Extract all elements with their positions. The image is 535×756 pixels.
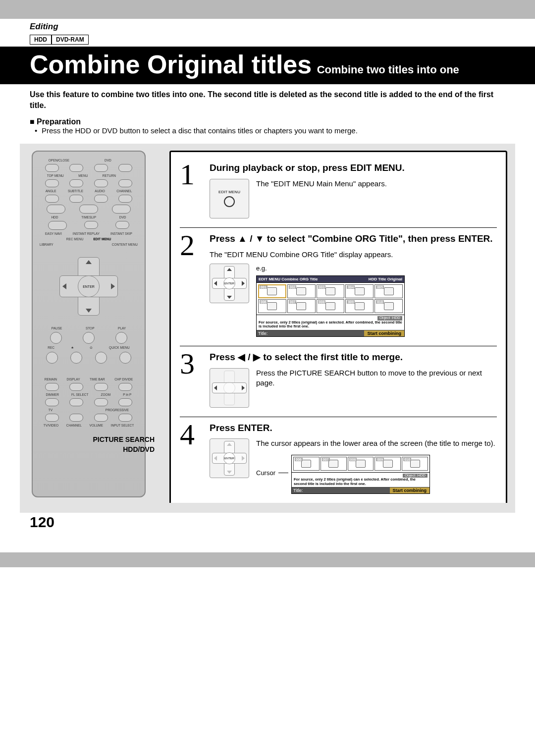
remote-btn-hdd — [47, 205, 65, 214]
remote-label: SUBTITLE — [68, 189, 83, 193]
step-description: The "EDIT MENU Combine ORG Title" displa… — [210, 250, 497, 260]
remote-btn — [69, 398, 83, 406]
remote-label: PROGRESSIVE — [106, 408, 129, 412]
remote-btn — [69, 179, 83, 187]
remote-btn — [69, 414, 83, 422]
osd-cell-num: 008 — [318, 300, 326, 304]
remote-btn-pause — [50, 332, 62, 344]
osd-cell-num: 006 — [295, 458, 303, 461]
remote-label: P in P — [123, 393, 131, 396]
remote-btn — [118, 383, 132, 391]
osd-cell-num: 010 — [403, 458, 411, 461]
remote-dpad: ENTER — [52, 249, 126, 324]
remote-btn-timeslip — [79, 205, 98, 214]
remote-btn — [115, 221, 129, 229]
osd-cell-num: 007 — [289, 300, 297, 304]
remote-btn-stop — [83, 332, 95, 344]
step-description: The "EDIT MENU Main Menu" appears. — [256, 179, 387, 189]
remote-label: DVD — [119, 216, 126, 219]
remote-label: INPUT SELECT — [111, 424, 134, 427]
step-1: 1 During playback or stop, press EDIT ME… — [180, 157, 497, 228]
enter-icon: ENTER — [223, 452, 235, 464]
remote-btn — [45, 195, 59, 203]
osd-cell-num: 010 — [376, 300, 384, 304]
anno-picture-search: PICTURE SEARCH — [28, 435, 157, 443]
media-tag-dvd-ram: DVD-RAM — [52, 35, 89, 45]
remote-btn-dvd — [112, 205, 131, 214]
osd-menu-label: EDIT MENU — [259, 277, 280, 281]
remote-btn — [94, 164, 108, 172]
osd-cell-num: 009 — [376, 458, 384, 461]
remote-label: QUICK MENU — [109, 346, 130, 350]
remote-btn — [45, 398, 59, 406]
remote-btn — [94, 398, 108, 406]
step-description: The cursor appears in the lower area of … — [256, 438, 497, 448]
osd-cell-num: 001 — [260, 285, 268, 289]
remote-btn — [69, 383, 83, 391]
step-number: 3 — [180, 351, 203, 408]
remote-label-editmenu: EDIT MENU — [93, 237, 111, 241]
step-4: 4 Press ENTER. ENTER The cursor appea — [180, 417, 497, 503]
section-heading: Editing — [30, 22, 58, 32]
remote-label: PAUSE — [52, 326, 62, 330]
remote-btn — [45, 414, 59, 422]
remote-label: CHANNEL — [66, 424, 82, 427]
osd-cell-num: 002 — [289, 285, 297, 289]
remote-btn — [118, 414, 132, 422]
intro-text: Use this feature to combine two titles i… — [0, 84, 535, 114]
remote-btn — [94, 195, 108, 203]
remote-label: VOLUME — [90, 424, 103, 427]
remote-btn — [94, 414, 108, 422]
dpad-lr-icon — [210, 368, 249, 408]
osd-cell-num: 005 — [376, 285, 384, 289]
osd-cell-num: 007 — [322, 458, 330, 461]
remote-label: DISPLAY — [67, 378, 80, 381]
osd-cell-num: 009 — [347, 300, 355, 304]
remote-label: DIMMER — [46, 393, 59, 396]
remote-btn — [94, 179, 108, 187]
steps-panel: 1 During playback or stop, press EDIT ME… — [169, 151, 507, 503]
step-2: 2 Press ▲ / ▼ to select "Combine ORG Tit… — [180, 228, 497, 346]
osd-cell-num: 006 — [260, 300, 268, 304]
cursor-label: Cursor — [256, 469, 275, 477]
osd-note: For source, only 2 titles (original) can… — [294, 478, 428, 486]
remote-btn-play — [115, 332, 127, 344]
step-heading: Press ▲ / ▼ to select "Combine ORG Title… — [210, 233, 497, 245]
title-banner: Combine Original titles Combine two titl… — [0, 47, 535, 84]
remote-btn — [45, 383, 59, 391]
step-heading: Press ENTER. — [210, 422, 497, 434]
remote-label: MENU — [78, 174, 88, 177]
remote-btn — [118, 179, 132, 187]
anno-hdd-dvd: HDD/DVD — [28, 445, 157, 453]
remote-label: PLAY — [118, 326, 126, 330]
page-number: 120 — [30, 514, 54, 531]
example-label: e.g. — [256, 265, 267, 272]
preparation-bullet: Press the HDD or DVD button to select a … — [30, 126, 505, 135]
remote-label: INSTANT SKIP — [110, 232, 132, 235]
dpad-enter-icon: ENTER — [210, 438, 249, 478]
dpad-icon: ENTER — [210, 264, 249, 303]
icon-label: EDIT MENU — [218, 190, 240, 194]
osd-badge: Original — [387, 277, 402, 281]
osd-title-field: Title: — [257, 330, 364, 336]
step-number: 4 — [180, 422, 203, 494]
banner-title: Combine Original titles — [30, 50, 312, 79]
remote-label: ZOOM — [101, 393, 111, 396]
osd-screenshot: EDIT MENU Combine ORG Title HDD Title Or… — [256, 275, 405, 337]
remote-label-openclose: OPEN/CLOSE — [49, 159, 69, 162]
remote-btn — [84, 221, 98, 229]
remote-label: EASY NAVI — [45, 232, 62, 235]
osd-screenshot-2: 006 007 008 009 010 Object :HDD For sour… — [291, 455, 430, 494]
remote-btn — [118, 195, 132, 203]
preparation-heading: Preparation — [30, 117, 505, 126]
enter-icon: ENTER — [223, 277, 235, 289]
remote-label-dvd: DVD — [105, 159, 111, 162]
remote-btn — [119, 352, 131, 364]
osd-badge: Title — [378, 277, 386, 281]
remote-label: ANGLE — [46, 189, 56, 193]
osd-title-field: Title: — [292, 487, 389, 493]
step-number: 2 — [180, 233, 203, 337]
top-margin-bar — [0, 0, 535, 19]
media-tag-hdd: HDD — [30, 35, 52, 45]
step-heading: During playback or stop, press EDIT MENU… — [210, 162, 497, 174]
